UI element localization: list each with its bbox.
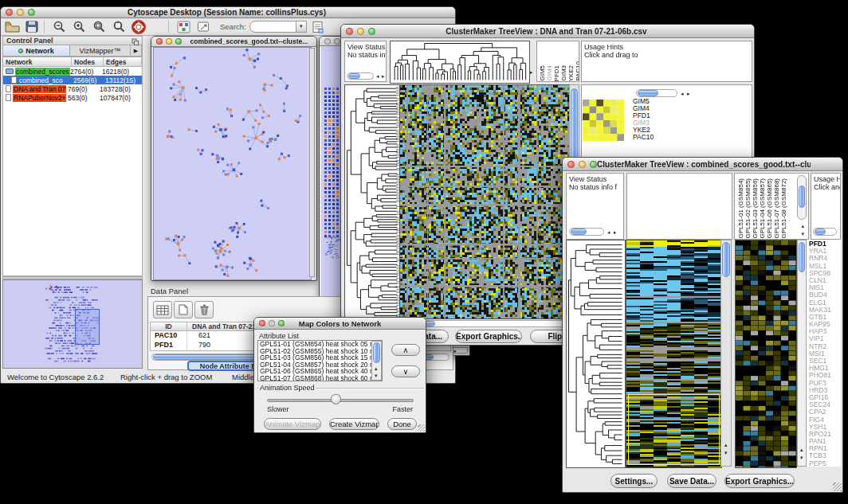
array-label[interactable]: GPL51-08 (GSM872): [780, 178, 787, 239]
zoom-selected-icon[interactable]: [110, 19, 128, 34]
scroll-right-icon[interactable]: ▸: [687, 91, 690, 97]
tv2-column-tree-area[interactable]: [626, 173, 732, 240]
tv2-heatmap-vscrollbar[interactable]: ▴ ▾: [720, 240, 732, 467]
save-button[interactable]: [23, 19, 41, 34]
minimize-icon[interactable]: [357, 28, 364, 35]
tv2-array-vscrollbar[interactable]: [797, 175, 807, 220]
attribute-table-icon[interactable]: [153, 301, 172, 318]
tv1-correlation-matrix[interactable]: [583, 100, 624, 141]
scroll-up-icon[interactable]: ▴: [724, 442, 728, 448]
zoom-window-icon[interactable]: [368, 28, 375, 35]
scroll-up-icon[interactable]: ▴: [801, 223, 804, 229]
scroll-down-icon[interactable]: ▾: [724, 450, 728, 456]
close-icon[interactable]: [259, 320, 265, 326]
gene-label[interactable]: PAC10: [633, 134, 654, 141]
scroll-right-icon[interactable]: ▸: [614, 229, 617, 236]
move-up-button[interactable]: ∧: [391, 344, 420, 356]
tab-network[interactable]: Network: [3, 45, 70, 56]
network-list-row[interactable]: combined_scores2764(0)16218(0): [3, 67, 142, 76]
move-down-button[interactable]: ∨: [391, 365, 420, 377]
tv2-status-scrollbar[interactable]: [569, 228, 604, 236]
array-label[interactable]: GPL51-02 (GSM855): [744, 178, 752, 239]
array-label[interactable]: GIM4: [546, 65, 553, 81]
search-input[interactable]: ▼: [249, 21, 307, 33]
close-icon[interactable]: [6, 9, 13, 16]
resize-grip[interactable]: [418, 424, 425, 432]
zoom-window-icon[interactable]: [590, 161, 597, 168]
treeview1-title-bar[interactable]: ClusterMaker TreeView : DNA and Tran 07-…: [341, 25, 754, 38]
network-overview-canvas[interactable]: [2, 279, 143, 369]
minimize-icon[interactable]: [17, 9, 24, 16]
minimize-icon[interactable]: [579, 161, 586, 168]
tv2-gene-vscrollbar[interactable]: ▴ ▾: [797, 240, 807, 467]
open-file-button[interactable]: [3, 19, 21, 34]
array-label[interactable]: GPL51-03 (GSM856): [752, 178, 759, 239]
attribute-list-vscrollbar[interactable]: ▴ ▾: [371, 341, 382, 381]
float-panel-icon[interactable]: [132, 38, 139, 45]
create-vizmap-button[interactable]: Create Vizmap: [329, 418, 379, 430]
close-icon[interactable]: [156, 38, 163, 45]
zoom-window-icon[interactable]: [28, 9, 35, 16]
attribute-item[interactable]: GPL51-07 (GSM868) heat shock 60 min: [258, 375, 382, 381]
network-list-row[interactable]: DNA and Tran 07769(0)183728(0): [3, 84, 142, 93]
array-label[interactable]: GPL51-04 (GSM857): [759, 178, 766, 239]
slider-thumb[interactable]: [331, 394, 341, 404]
col-network[interactable]: Network: [3, 57, 72, 66]
array-label[interactable]: YKE2: [567, 65, 575, 81]
network-editor-icon[interactable]: [194, 19, 212, 34]
delete-attribute-trash-icon[interactable]: [194, 301, 214, 318]
dialog-title-bar[interactable]: Map Colors to Network: [254, 318, 426, 330]
help-lifesaver-icon[interactable]: [130, 19, 147, 34]
scroll-left-icon[interactable]: ◂: [376, 73, 379, 80]
treeview2-title-bar[interactable]: ClusterMaker TreeView : combined_scores_…: [563, 158, 842, 171]
tv1-gene-dendrogram[interactable]: [344, 84, 401, 319]
search-dropdown-icon[interactable]: ▼: [296, 21, 306, 32]
zoom-in-icon[interactable]: [70, 19, 88, 34]
col-edges[interactable]: Edges: [104, 57, 142, 66]
save-data-button[interactable]: Save Data...: [667, 474, 716, 488]
network-list-row[interactable]: combined_sco2569(6)13112(15): [3, 76, 142, 84]
close-icon[interactable]: [324, 38, 331, 45]
tv2-gene-dendrogram[interactable]: [566, 240, 626, 468]
network-table-header[interactable]: Network Nodes Edges: [3, 57, 142, 67]
network-canvas[interactable]: [153, 47, 312, 280]
scroll-left-icon[interactable]: ◂: [607, 229, 610, 236]
array-label[interactable]: PFD1: [553, 65, 560, 81]
tv1-status-scrollbar[interactable]: [347, 72, 374, 80]
tv2-heatmap[interactable]: [626, 240, 722, 468]
array-label[interactable]: GPL51-06 (GSM865): [766, 178, 773, 239]
zoom-window-icon[interactable]: [278, 320, 285, 326]
export-graphics-button[interactable]: Export Graphics...: [455, 330, 522, 343]
attribute-sheet-icon[interactable]: [309, 19, 327, 34]
scroll-up-icon[interactable]: ▴: [800, 447, 803, 453]
animate-vizmap-button[interactable]: Animate Vizmap: [264, 418, 321, 430]
resize-grip[interactable]: [833, 483, 842, 491]
window-controls[interactable]: [6, 9, 35, 16]
tv1-heatmap[interactable]: [399, 84, 571, 319]
vizmapper-icon[interactable]: [175, 19, 192, 34]
zoom-out-icon[interactable]: [50, 19, 68, 34]
scroll-down-icon[interactable]: ▾: [801, 231, 804, 237]
scroll-left-icon[interactable]: ◂: [681, 91, 684, 97]
tv1-column-dendrogram[interactable]: [390, 41, 530, 84]
done-button[interactable]: Done: [387, 418, 417, 430]
tab-overflow-button[interactable]: ▶: [131, 45, 142, 56]
settings-button[interactable]: Settings...: [610, 474, 658, 488]
tv2-zoom-heatmap[interactable]: [735, 240, 797, 468]
scroll-up-icon[interactable]: ▴: [375, 365, 378, 372]
zoom-window-icon[interactable]: [175, 38, 182, 45]
zoom-fit-icon[interactable]: [90, 19, 108, 34]
scroll-right-icon[interactable]: ▸: [382, 73, 385, 80]
col-nodes[interactable]: Nodes: [72, 57, 104, 66]
export-graphics-button[interactable]: Export Graphics...: [724, 474, 795, 488]
minimize-icon[interactable]: [166, 38, 172, 45]
network-list-row[interactable]: RNAPuberNov2+563(0)107847(0): [3, 93, 142, 102]
close-icon[interactable]: [567, 161, 575, 168]
array-label[interactable]: GPL51-07 (GSM868): [773, 178, 780, 239]
array-label[interactable]: PAC10: [575, 61, 579, 81]
gene-label[interactable]: PEP5: [809, 460, 831, 467]
tv2-hints-scrollbar[interactable]: [813, 228, 837, 236]
array-label[interactable]: GIM3: [560, 65, 567, 81]
tv1-summary-hscrollbar[interactable]: [636, 89, 677, 97]
expand-arrow-icon[interactable]: ▸: [530, 69, 533, 76]
